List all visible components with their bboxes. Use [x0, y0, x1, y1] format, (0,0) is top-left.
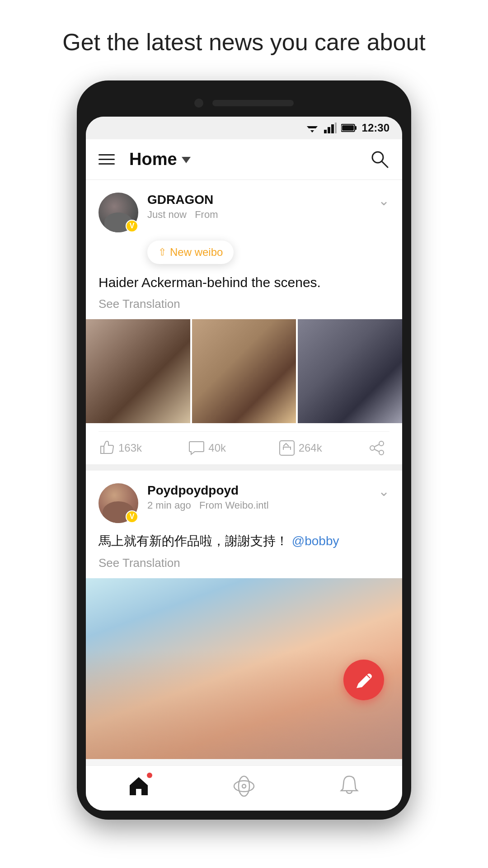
post-header-2: V Poydpoydpoyd 2 min ago From Weibo.intl…: [99, 483, 389, 523]
svg-point-20: [239, 776, 249, 796]
svg-point-15: [379, 450, 384, 455]
svg-line-17: [375, 449, 379, 452]
svg-point-14: [370, 446, 375, 450]
nav-notifications[interactable]: [338, 774, 361, 798]
svg-rect-8: [355, 126, 357, 130]
comment-button[interactable]: 40k: [188, 440, 278, 456]
status-time: 12:30: [362, 122, 389, 134]
post-source-2: From Weibo.intl: [199, 500, 269, 511]
svg-line-16: [375, 444, 379, 447]
repost-button[interactable]: 264k: [279, 440, 369, 456]
app-bar: Home: [86, 139, 402, 180]
post-time: Just now: [147, 209, 187, 220]
post-username-2: Poydpoydpoyd: [147, 483, 374, 498]
repost-icon: [279, 440, 295, 456]
svg-line-11: [382, 161, 388, 167]
post-image-1[interactable]: [86, 319, 190, 424]
like-button[interactable]: 163k: [99, 440, 188, 456]
status-icons: 12:30: [305, 122, 389, 134]
post-mention[interactable]: @bobby: [292, 534, 339, 548]
expand-icon[interactable]: ⌄: [378, 193, 389, 208]
svg-point-19: [234, 781, 254, 792]
nav-home[interactable]: [127, 774, 150, 798]
explore-icon: [232, 774, 256, 798]
bell-icon: [338, 774, 361, 798]
compose-fab[interactable]: [343, 660, 384, 700]
svg-rect-9: [342, 125, 354, 131]
hamburger-icon[interactable]: [99, 154, 115, 165]
post-image-2[interactable]: [192, 319, 296, 424]
wifi-icon: [305, 123, 319, 133]
see-translation-link-2[interactable]: See Translation: [99, 556, 389, 570]
app-title: Home: [129, 150, 370, 169]
vip-badge: V: [126, 220, 138, 232]
new-weibo-toast[interactable]: ⇧ New weibo: [147, 241, 234, 264]
expand-icon-2[interactable]: ⌄: [378, 483, 389, 499]
app-title-text: Home: [129, 150, 177, 169]
share-icon: [369, 440, 385, 456]
post-info: Just now From: [147, 209, 374, 221]
phone-top: [86, 99, 402, 117]
bottom-nav: [86, 765, 402, 811]
avatar-wrap: V: [99, 193, 138, 232]
post-card: V GDRAGON Just now From ⌄ ⇧: [86, 180, 402, 465]
phone-camera: [194, 99, 203, 108]
status-bar: 12:30: [86, 117, 402, 139]
like-icon: [99, 440, 115, 456]
post-text-2: 馬上就有新的作品啦，謝謝支持！ @bobby: [99, 531, 389, 552]
svg-point-13: [379, 441, 384, 446]
nav-explore[interactable]: [232, 774, 256, 798]
like-count: 163k: [118, 442, 142, 454]
search-button[interactable]: [370, 149, 389, 169]
search-icon: [370, 149, 389, 169]
svg-point-21: [242, 784, 246, 788]
svg-rect-4: [328, 127, 330, 133]
svg-rect-3: [324, 130, 327, 133]
post-image-3[interactable]: [298, 319, 402, 424]
image-grid: [86, 319, 402, 424]
phone-speaker: [212, 100, 294, 106]
dropdown-arrow-icon[interactable]: [182, 157, 191, 163]
repost-count: 264k: [299, 442, 322, 454]
post-meta-2: Poydpoydpoyd 2 min ago From Weibo.intl: [147, 483, 374, 511]
signal-icon: [324, 123, 337, 133]
share-button[interactable]: [369, 440, 389, 456]
new-weibo-arrow-icon: ⇧: [158, 246, 166, 258]
new-weibo-label: New weibo: [170, 246, 223, 259]
pencil-icon: [355, 671, 373, 689]
avatar-wrap-2: V: [99, 483, 138, 523]
page-headline: Get the latest news you care about: [26, 0, 462, 80]
feed: V GDRAGON Just now From ⌄ ⇧: [86, 180, 402, 759]
post-source: From: [195, 209, 218, 220]
post-info-2: 2 min ago From Weibo.intl: [147, 500, 374, 511]
post-card-2: V Poydpoydpoyd 2 min ago From Weibo.intl…: [86, 471, 402, 759]
post-header: V GDRAGON Just now From ⌄: [99, 193, 389, 232]
action-bar: 163k 40k 264k: [99, 431, 389, 464]
post-text-content-2: 馬上就有新的作品啦，謝謝支持！: [99, 534, 288, 548]
post-username: GDRAGON: [147, 193, 374, 207]
post-meta: GDRAGON Just now From: [147, 193, 374, 221]
post-text: Haider Ackerman-behind the scenes.: [99, 272, 389, 292]
comment-icon: [188, 440, 205, 456]
post-time-2: 2 min ago: [147, 500, 191, 511]
comment-count: 40k: [208, 442, 226, 454]
svg-rect-6: [335, 123, 337, 133]
home-icon: [127, 774, 150, 798]
phone-screen: 12:30 Home: [86, 117, 402, 811]
svg-rect-5: [331, 124, 334, 133]
see-translation-link[interactable]: See Translation: [99, 297, 389, 311]
svg-marker-2: [310, 130, 314, 132]
svg-rect-12: [280, 441, 294, 455]
home-notification-dot: [147, 773, 152, 778]
battery-icon: [341, 123, 357, 132]
phone-shell: 12:30 Home: [77, 80, 411, 820]
